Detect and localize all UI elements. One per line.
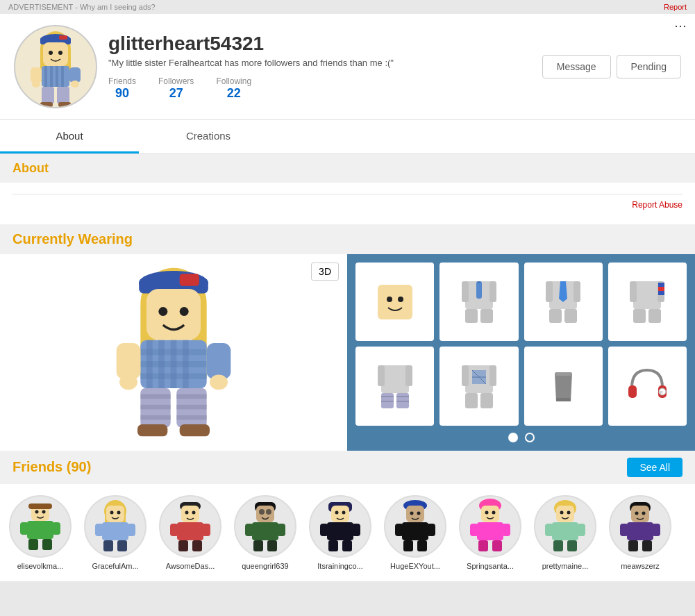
friend-item[interactable]: queengrirl639 bbox=[231, 495, 300, 570]
svg-rect-49 bbox=[176, 405, 206, 410]
svg-rect-19 bbox=[57, 87, 69, 103]
svg-point-131 bbox=[259, 509, 265, 515]
svg-rect-74 bbox=[658, 283, 664, 287]
svg-rect-154 bbox=[403, 540, 413, 551]
item-shirt-flag[interactable] bbox=[608, 263, 687, 341]
friends-label: Friends bbox=[108, 76, 136, 86]
svg-rect-79 bbox=[405, 365, 412, 386]
svg-rect-146 bbox=[342, 540, 352, 551]
svg-rect-37 bbox=[140, 361, 206, 367]
item-face[interactable] bbox=[355, 263, 434, 341]
friend-name: Springsanta... bbox=[455, 562, 525, 570]
friend-avatar bbox=[9, 495, 72, 558]
svg-rect-27 bbox=[180, 274, 199, 286]
item-cup[interactable] bbox=[524, 347, 603, 425]
svg-rect-48 bbox=[176, 394, 206, 399]
friend-avatar bbox=[84, 495, 146, 558]
svg-rect-106 bbox=[52, 522, 60, 535]
svg-rect-11 bbox=[50, 66, 53, 87]
report-abuse-link[interactable]: Report Abuse bbox=[12, 200, 683, 210]
svg-point-167 bbox=[560, 510, 564, 514]
svg-rect-20 bbox=[40, 102, 53, 107]
wearing-container: 3D bbox=[0, 254, 695, 451]
friend-item[interactable]: Itsrainingco... bbox=[305, 495, 375, 570]
report-link[interactable]: Report bbox=[664, 3, 687, 11]
svg-rect-5 bbox=[59, 35, 67, 40]
friends-list: elisevolkma... GracefulAm... bbox=[0, 484, 695, 581]
pending-button[interactable]: Pending bbox=[617, 55, 681, 78]
svg-rect-73 bbox=[648, 309, 661, 323]
svg-rect-51 bbox=[137, 424, 167, 436]
svg-rect-50 bbox=[176, 415, 206, 420]
svg-rect-118 bbox=[103, 540, 113, 551]
message-button[interactable]: Message bbox=[542, 55, 611, 78]
svg-rect-134 bbox=[245, 524, 253, 536]
svg-point-123 bbox=[192, 510, 196, 514]
svg-rect-62 bbox=[478, 281, 480, 283]
svg-rect-136 bbox=[253, 540, 263, 551]
item-shirt-blue[interactable] bbox=[524, 263, 603, 341]
svg-rect-10 bbox=[44, 66, 47, 87]
friends-header: Friends (90) See All bbox=[0, 451, 695, 484]
svg-rect-105 bbox=[20, 522, 28, 535]
svg-point-168 bbox=[567, 510, 571, 514]
svg-rect-88 bbox=[489, 365, 496, 386]
friend-item[interactable]: meawszerz bbox=[605, 495, 675, 570]
friend-item[interactable]: prettymaine... bbox=[530, 495, 600, 570]
friend-item[interactable]: Springsanta... bbox=[455, 495, 525, 570]
svg-rect-94 bbox=[555, 372, 572, 376]
profile-card: glitterheart54321 "My little sister Fera… bbox=[0, 14, 695, 120]
svg-rect-142 bbox=[327, 522, 353, 540]
svg-rect-75 bbox=[658, 287, 664, 291]
friend-name: HugeEXYout... bbox=[380, 562, 450, 570]
svg-rect-163 bbox=[478, 540, 488, 551]
dot-2[interactable] bbox=[525, 433, 535, 442]
friend-item[interactable]: AwsomeDas... bbox=[156, 495, 225, 570]
item-headphones[interactable]: R bbox=[608, 347, 687, 425]
svg-point-150 bbox=[417, 511, 421, 515]
svg-rect-12 bbox=[56, 66, 58, 87]
svg-rect-171 bbox=[577, 524, 585, 536]
svg-rect-108 bbox=[42, 539, 52, 550]
followers-value: 27 bbox=[158, 86, 194, 101]
friends-title: Friends (90) bbox=[12, 459, 91, 475]
svg-point-114 bbox=[117, 510, 121, 514]
svg-rect-60 bbox=[480, 309, 493, 323]
tab-creations[interactable]: Creations bbox=[139, 120, 278, 153]
item-shirt-tie[interactable] bbox=[439, 263, 518, 341]
friend-name: prettymaine... bbox=[530, 562, 600, 570]
friend-avatar bbox=[309, 495, 371, 558]
svg-rect-128 bbox=[192, 540, 202, 551]
svg-point-29 bbox=[158, 307, 167, 316]
friend-item[interactable]: HugeEXYout... bbox=[380, 495, 450, 570]
svg-rect-155 bbox=[417, 540, 427, 551]
svg-rect-59 bbox=[465, 309, 478, 323]
tab-about[interactable]: About bbox=[0, 120, 139, 153]
svg-rect-151 bbox=[402, 522, 428, 540]
svg-rect-112 bbox=[106, 506, 124, 522]
profile-stats: Friends 90 Followers 27 Following 22 bbox=[108, 76, 681, 101]
svg-point-101 bbox=[35, 510, 39, 513]
see-all-button[interactable]: See All bbox=[627, 458, 683, 477]
dot-1[interactable] bbox=[508, 433, 518, 442]
item-pants-left[interactable] bbox=[355, 347, 434, 425]
svg-point-177 bbox=[642, 511, 646, 515]
svg-point-132 bbox=[266, 509, 271, 515]
svg-rect-116 bbox=[95, 524, 103, 536]
svg-rect-36 bbox=[140, 349, 206, 356]
friend-item[interactable]: elisevolkma... bbox=[6, 495, 75, 570]
svg-point-140 bbox=[335, 510, 339, 514]
friend-item[interactable]: GracefulAm... bbox=[81, 495, 150, 570]
svg-rect-126 bbox=[202, 524, 210, 536]
btn-3d[interactable]: 3D bbox=[311, 263, 339, 281]
friend-avatar bbox=[234, 495, 296, 558]
svg-rect-182 bbox=[642, 540, 652, 551]
item-shirt-pattern[interactable] bbox=[439, 347, 518, 425]
svg-rect-18 bbox=[42, 87, 54, 103]
options-menu[interactable]: ⋯ bbox=[674, 18, 687, 33]
items-grid: R bbox=[355, 263, 687, 426]
carousel-dots bbox=[355, 433, 687, 442]
svg-rect-117 bbox=[127, 524, 135, 536]
avatar bbox=[14, 25, 97, 108]
svg-rect-145 bbox=[328, 540, 338, 551]
